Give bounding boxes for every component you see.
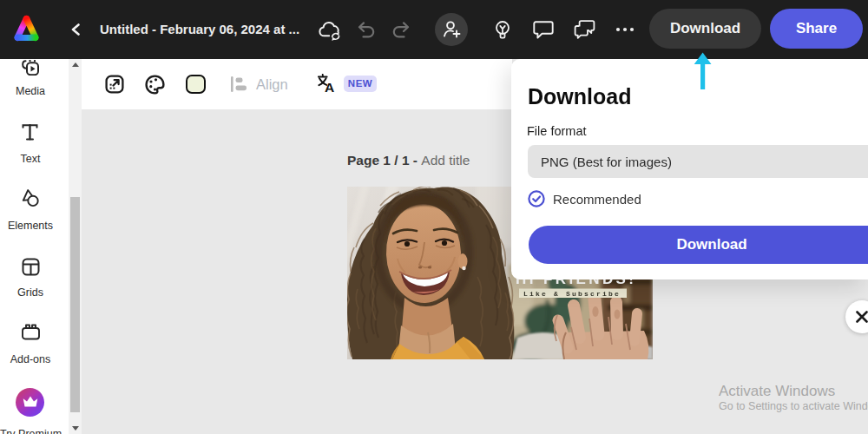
svg-text:Like & Subscribe: Like & Subscribe (523, 290, 621, 298)
svg-text:A: A (325, 80, 334, 93)
